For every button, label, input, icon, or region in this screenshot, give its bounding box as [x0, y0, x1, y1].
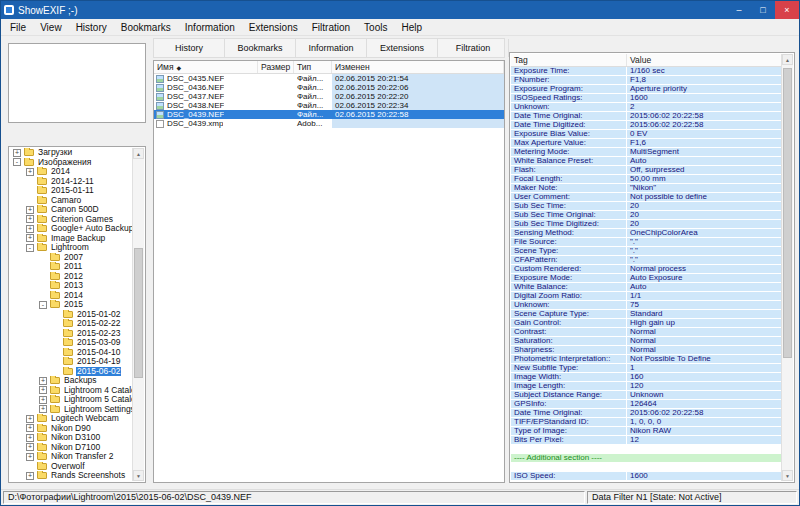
expand-icon[interactable]: +	[26, 215, 34, 223]
exif-row[interactable]: Saturation:Normal	[511, 337, 781, 346]
exif-row[interactable]: Type of Image:Nikon RAW	[511, 427, 781, 436]
maximize-button[interactable]: □	[751, 1, 775, 19]
exif-row[interactable]: Date Time Original:2015:06:02 20:22:58	[511, 112, 781, 121]
menu-item-bookmarks[interactable]: Bookmarks	[114, 19, 178, 36]
expand-icon[interactable]: +	[26, 415, 34, 423]
tab-bookmarks[interactable]: Bookmarks	[225, 39, 296, 57]
menu-item-help[interactable]: Help	[394, 19, 429, 36]
expand-icon[interactable]: +	[26, 206, 34, 214]
scroll-down-icon[interactable]: ▼	[782, 470, 793, 481]
tree-scroll-thumb[interactable]	[134, 248, 143, 378]
exif-row[interactable]: Unknown:75	[511, 301, 781, 310]
column-header-изменен[interactable]: Изменен	[332, 61, 504, 73]
app-icon[interactable]	[4, 5, 14, 15]
tree-item-2015-04-10[interactable]: 2015-04-10	[10, 348, 132, 358]
exif-row[interactable]: TIFF/EPStandard ID:1, 0, 0, 0	[511, 418, 781, 427]
exif-row[interactable]: Max Aperture Value:F1,6	[511, 139, 781, 148]
menu-item-view[interactable]: View	[33, 19, 69, 36]
expand-icon[interactable]: +	[26, 443, 34, 451]
tree-item-2014[interactable]: +2014	[10, 167, 132, 177]
exif-row[interactable]: White Balance:Auto	[511, 283, 781, 292]
tree-item-2015-04-19[interactable]: 2015-04-19	[10, 357, 132, 367]
expand-icon[interactable]: +	[26, 472, 34, 480]
exif-row[interactable]: ISO Speed:1600	[511, 472, 781, 481]
file-row[interactable]: DSC_0436.NEFФайл...02.06.2015 20:22:06	[154, 83, 504, 92]
exif-row[interactable]: Sub Sec Time Original:20	[511, 211, 781, 220]
exif-row[interactable]: Bits Per Pixel:12	[511, 436, 781, 445]
close-button[interactable]: ×	[775, 1, 799, 19]
exif-row[interactable]: Scene Type:"."	[511, 247, 781, 256]
exif-row[interactable]: Sub Sec Time Digitized:20	[511, 220, 781, 229]
menu-item-file[interactable]: File	[3, 19, 33, 36]
expand-icon[interactable]: +	[26, 424, 34, 432]
tree-item-rands-screenshots[interactable]: +Rands Screenshots	[10, 471, 132, 481]
tree-item-2015-01-11[interactable]: 2015-01-11	[10, 186, 132, 196]
tree-item-lightroom[interactable]: -Lightroom	[10, 243, 132, 253]
exif-row[interactable]: Sharpness:Normal	[511, 346, 781, 355]
tab-information[interactable]: Information	[296, 39, 367, 57]
tree-item-2015[interactable]: -2015	[10, 300, 132, 310]
expand-icon[interactable]: +	[13, 149, 21, 157]
tree-item-logitech-webcam[interactable]: +Logitech Webcam	[10, 414, 132, 424]
tree-item-lightroom-settings[interactable]: +Lightroom Settings	[10, 405, 132, 415]
tree-item-2013[interactable]: 2013	[10, 281, 132, 291]
exif-row[interactable]: Exposure Program:Aperture priority	[511, 85, 781, 94]
file-row[interactable]: DSC_0438.NEFФайл...02.06.2015 20:22:34	[154, 101, 504, 110]
scroll-up-icon[interactable]: ▲	[133, 148, 144, 159]
tree-item-2015-01-02[interactable]: 2015-01-02	[10, 310, 132, 320]
tab-extensions[interactable]: Extensions	[367, 39, 438, 57]
exif-row[interactable]: Custom Rendered:Normal process	[511, 265, 781, 274]
exif-row[interactable]: Focal Length:50,00 mm	[511, 175, 781, 184]
expand-icon[interactable]: +	[39, 405, 47, 413]
tree-item-overwolf[interactable]: Overwolf	[10, 462, 132, 472]
exif-row[interactable]: Contrast:Normal	[511, 328, 781, 337]
file-row[interactable]: DSC_0439.xmpAdob...	[154, 119, 504, 128]
expand-icon[interactable]: +	[26, 453, 34, 461]
tree-item-image-backup[interactable]: +Image Backup	[10, 234, 132, 244]
file-row[interactable]: DSC_0435.NEFФайл...02.06.2015 20:21:54	[154, 74, 504, 83]
exif-row[interactable]: Date Time Original:2015:06:02 20:22:58	[511, 409, 781, 418]
menu-item-extensions[interactable]: Extensions	[242, 19, 305, 36]
exif-row[interactable]: ISOSpeed Ratings:1600	[511, 94, 781, 103]
tree-item-nikon-d7100[interactable]: +Nikon D7100	[10, 443, 132, 453]
tree-item-criterion-games[interactable]: +Criterion Games	[10, 215, 132, 225]
exif-section-row[interactable]: ---- Additional section ----	[511, 454, 781, 463]
exif-row[interactable]: Image Width:160	[511, 373, 781, 382]
tree-scrollbar[interactable]: ▲ ▼	[132, 148, 144, 481]
file-row[interactable]: DSC_0437.NEFФайл...02.06.2015 20:22:20	[154, 92, 504, 101]
tree-item-изображения[interactable]: -Изображения	[10, 158, 132, 168]
tree-item-lightroom-4-catalog[interactable]: +Lightroom 4 Catalog	[10, 386, 132, 396]
expand-icon[interactable]: +	[26, 434, 34, 442]
exif-row[interactable]: Maker Note:"Nikon"	[511, 184, 781, 193]
exif-row[interactable]: New Subfile Type:1	[511, 364, 781, 373]
tree-item-2015-02-23[interactable]: 2015-02-23	[10, 329, 132, 339]
tree-item-2015-02-22[interactable]: 2015-02-22	[10, 319, 132, 329]
scroll-down-icon[interactable]: ▼	[133, 470, 144, 481]
collapse-icon[interactable]: -	[39, 301, 47, 309]
exif-row[interactable]: User Comment:Not possible to define	[511, 193, 781, 202]
tree-item-nikon-d90[interactable]: +Nikon D90	[10, 424, 132, 434]
scroll-up-icon[interactable]: ▲	[782, 54, 793, 65]
exif-row[interactable]: Exposure Time:1/160 sec	[511, 67, 781, 76]
menu-item-tools[interactable]: Tools	[357, 19, 394, 36]
exif-row[interactable]: Unknown:2	[511, 103, 781, 112]
tree-item-camaro[interactable]: Camaro	[10, 196, 132, 206]
exif-row[interactable]: White Balance Preset:Auto	[511, 157, 781, 166]
tab-history[interactable]: History	[154, 39, 225, 57]
exif-scrollbar[interactable]: ▲ ▼	[781, 54, 793, 481]
expand-icon[interactable]: +	[26, 225, 34, 233]
tree-item-nikon-d3100[interactable]: +Nikon D3100	[10, 433, 132, 443]
file-row[interactable]: DSC_0439.NEFФайл...02.06.2015 20:22:58	[154, 110, 504, 119]
tree-item-2014-12-11[interactable]: 2014-12-11	[10, 177, 132, 187]
exif-scroll-thumb[interactable]	[783, 68, 792, 358]
exif-row[interactable]: Gain Control:High gain up	[511, 319, 781, 328]
exif-row[interactable]: Digital Zoom Ratio:1/1	[511, 292, 781, 301]
exif-row[interactable]: Subject Distance Range:Unknown	[511, 391, 781, 400]
menu-item-history[interactable]: History	[69, 19, 114, 36]
menu-item-information[interactable]: Information	[178, 19, 242, 36]
exif-row[interactable]: Sensing Method:OneChipColorArea	[511, 229, 781, 238]
tree-item-2012[interactable]: 2012	[10, 272, 132, 282]
menu-item-filtration[interactable]: Filtration	[305, 19, 357, 36]
exif-row[interactable]: Flash:Off, surpressed	[511, 166, 781, 175]
tree-item-backups[interactable]: +Backups	[10, 376, 132, 386]
